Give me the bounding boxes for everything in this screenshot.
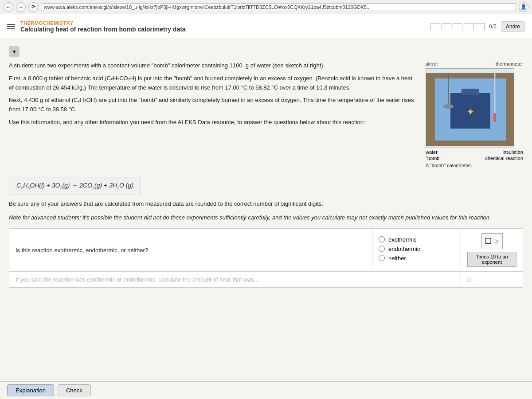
main-area: ▾ stirrer thermometer <box>0 39 532 381</box>
header-right: 0/5 Andre <box>430 21 525 32</box>
svg-rect-2 <box>426 73 514 78</box>
options-cell: exothermic endothermic neither <box>372 229 461 272</box>
question-2-partial-cell: If you said the reaction was exothermic … <box>9 272 461 288</box>
question-1-cell: Is this reaction exothermic, endothermic… <box>9 229 372 272</box>
svg-point-9 <box>443 104 454 109</box>
footer-bar: Explanation Check <box>0 381 532 399</box>
checkbox-icon: ☐ <box>485 236 492 246</box>
diagram-label-row: stirrer thermometer <box>426 61 523 66</box>
bomb-label: "bomb" <box>426 156 441 161</box>
progress-box-4 <box>464 23 473 30</box>
question-table: Is this reaction exothermic, endothermic… <box>9 228 523 288</box>
radio-exothermic[interactable] <box>379 236 385 243</box>
progress-box-5 <box>475 23 485 30</box>
chevron-down-icon: ▾ <box>13 48 16 55</box>
check-button[interactable]: Check <box>58 384 91 396</box>
chemical-reaction-label: chemical reaction <box>485 156 523 161</box>
progress-count: 0/5 <box>489 23 497 30</box>
content-panel: ▾ stirrer thermometer <box>0 39 532 381</box>
advanced-note: Note for advanced students: it's possibl… <box>9 213 523 223</box>
menu-button[interactable] <box>7 24 15 29</box>
option-neither-label: neither <box>388 255 406 262</box>
header-center: THERMOCHEMISTRY Calculating heat of reac… <box>20 20 425 33</box>
profile-button[interactable]: 👤 <box>519 2 528 12</box>
option-endothermic-label: endothermic <box>388 246 420 252</box>
tools-cell: ☐ ☞ Times 10 to an exponent <box>461 229 523 272</box>
svg-rect-1 <box>506 73 514 144</box>
option-endothermic[interactable]: endothermic <box>379 246 454 252</box>
equation-box: C2H5OH(l) + 3O2(g) → 2CO2(g) + 3H2O (g) <box>9 177 141 195</box>
thermometer-label: thermometer <box>496 61 523 66</box>
progress-box-3 <box>453 23 462 30</box>
explanation-button[interactable]: Explanation <box>7 384 54 396</box>
svg-rect-6 <box>462 89 479 95</box>
aleks-header: THERMOCHEMISTRY Calculating heat of reac… <box>0 14 532 39</box>
svg-rect-0 <box>426 73 435 144</box>
refresh-button[interactable]: ⟳ <box>28 2 38 12</box>
radio-neither[interactable] <box>379 255 385 261</box>
option-exothermic[interactable]: exothermic <box>379 236 454 243</box>
svg-rect-11 <box>493 113 496 122</box>
problem-title: Calculating heat of reaction from bomb c… <box>20 26 425 33</box>
times10-tool-box[interactable]: ☐ ☞ <box>481 233 503 249</box>
option-exothermic-label: exothermic <box>388 236 417 243</box>
question-row-1: Is this reaction exothermic, endothermic… <box>9 229 523 272</box>
progress-boxes <box>430 23 485 30</box>
diagram-bottom-labels: "bomb" chemical reaction <box>426 156 523 161</box>
expand-button[interactable]: ▾ <box>9 46 20 57</box>
subject-title: THERMOCHEMISTRY <box>20 20 425 26</box>
diagram-side-labels: water insulation <box>426 149 523 155</box>
svg-text:✦: ✦ <box>466 106 474 117</box>
diagram-container: stirrer thermometer <box>426 61 523 168</box>
option-neither[interactable]: neither <box>379 255 454 262</box>
question-row-2-partial: If you said the reaction was exothermic … <box>9 272 523 288</box>
radio-endothermic[interactable] <box>379 246 385 252</box>
browser-bar: ← → ⟳ www-awa.aleks.com/alekscgi/x/islex… <box>0 0 532 14</box>
forward-button[interactable]: → <box>16 2 26 12</box>
progress-box-1 <box>430 23 440 30</box>
url-bar: www-awa.aleks.com/alekscgi/x/islexe/10_u… <box>41 3 516 11</box>
problem-content: stirrer thermometer <box>9 61 523 172</box>
significant-digits-note: Be sure any of your answers that are cal… <box>9 200 523 209</box>
water-label: water <box>426 149 438 155</box>
diagram-caption: A "bomb" calorimeter. <box>426 163 523 168</box>
question-2-input-cell: □ · <box>461 272 523 288</box>
svg-rect-3 <box>426 141 514 146</box>
cursor-icon: ☞ <box>493 237 500 246</box>
stirrer-label: stirrer <box>426 61 438 66</box>
insulation-label: insulation <box>503 149 523 155</box>
back-button[interactable]: ← <box>4 2 13 12</box>
user-button[interactable]: Andre <box>501 21 525 32</box>
progress-box-2 <box>442 23 451 30</box>
calorimeter-diagram: ✦ <box>426 68 514 148</box>
times10-button[interactable]: Times 10 to an exponent <box>467 252 516 267</box>
